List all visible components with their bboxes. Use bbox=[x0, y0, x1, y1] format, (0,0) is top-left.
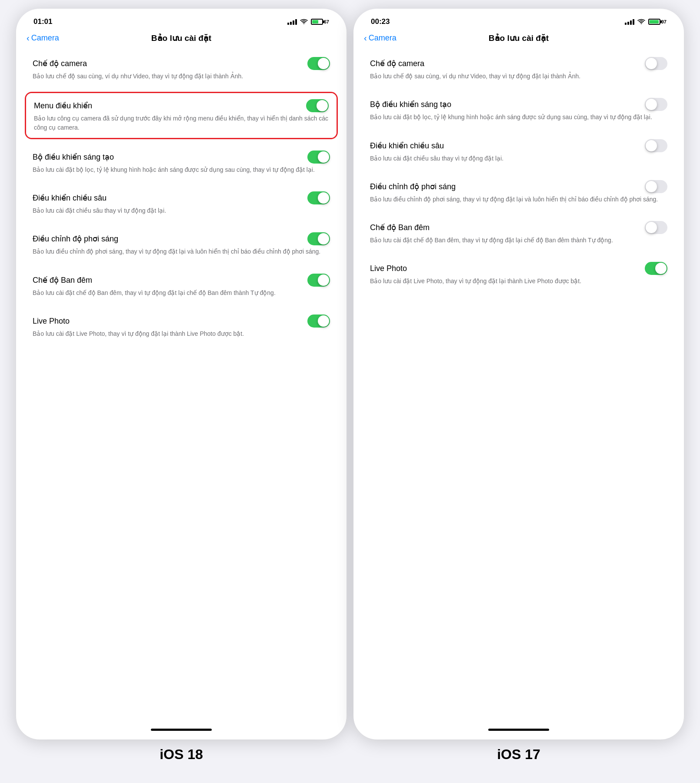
setting-title: Chế độ camera bbox=[370, 59, 424, 68]
phone-ios18: 01:01 67‹CameraBảo lưu cài đặtChế độ cam… bbox=[16, 9, 347, 740]
settings-row-top: Live Photo bbox=[370, 262, 667, 275]
status-time: 00:23 bbox=[371, 17, 390, 26]
toggle-switch[interactable] bbox=[645, 221, 667, 234]
phone-ios17: 00:23 97‹CameraBảo lưu cài đặtChế độ cam… bbox=[353, 9, 684, 740]
settings-row-top: Chế độ Ban đêm bbox=[370, 221, 667, 234]
setting-title: Điều khiển chiều sâu bbox=[370, 141, 444, 151]
settings-content: Chế độ cameraBảo lưu chế độ sau cùng, ví… bbox=[353, 47, 684, 725]
setting-description: Bảo lưu công cụ camera đã sử dụng trước … bbox=[34, 114, 329, 132]
back-label: Camera bbox=[369, 33, 397, 43]
settings-row: Điều khiển chiều sâuBảo lưu cài đặt chiề… bbox=[25, 185, 338, 221]
battery-percent: 97 bbox=[661, 19, 667, 24]
settings-row: Điều chỉnh độ phơi sángBảo lưu điều chỉn… bbox=[362, 174, 675, 210]
nav-bar: ‹CameraBảo lưu cài đặt bbox=[353, 31, 684, 47]
page-title: Bảo lưu cài đặt bbox=[151, 33, 211, 43]
settings-section-4: Chế độ Ban đêmBảo lưu cài đặt chế độ Ban… bbox=[362, 215, 675, 251]
toggle-switch[interactable] bbox=[307, 315, 330, 328]
battery-icon: 97 bbox=[648, 19, 667, 25]
settings-row-top: Điều khiển chiều sâu bbox=[33, 191, 330, 204]
settings-row: Chế độ cameraBảo lưu chế độ sau cùng, ví… bbox=[362, 51, 675, 87]
setting-description: Bảo lưu cài đặt chiều sâu thay vì tự độn… bbox=[370, 154, 667, 163]
settings-row: Bộ điều khiển sáng tạoBảo lưu cài đặt bộ… bbox=[25, 144, 338, 180]
setting-description: Bảo lưu cài đặt chiều sâu thay vì tự độn… bbox=[33, 206, 330, 215]
settings-section-0: Chế độ cameraBảo lưu chế độ sau cùng, ví… bbox=[362, 51, 675, 87]
page-title: Bảo lưu cài đặt bbox=[489, 33, 549, 43]
toggle-switch[interactable] bbox=[645, 98, 667, 111]
settings-row: Live PhotoBảo lưu cài đặt Live Photo, th… bbox=[362, 256, 675, 291]
home-indicator bbox=[488, 729, 549, 731]
settings-section-5: Chế độ Ban đêmBảo lưu cài đặt chế độ Ban… bbox=[25, 268, 338, 303]
toggle-switch[interactable] bbox=[645, 180, 667, 193]
settings-section-4: Điều chỉnh độ phơi sángBảo lưu điều chỉn… bbox=[25, 226, 338, 262]
setting-description: Bảo lưu cài đặt Live Photo, thay vì tự đ… bbox=[370, 277, 667, 285]
chevron-left-icon: ‹ bbox=[364, 33, 367, 43]
setting-description: Bảo lưu cài đặt Live Photo, thay vì tự đ… bbox=[33, 329, 330, 338]
setting-description: Bảo lưu cài đặt chế độ Ban đêm, thay vì … bbox=[370, 236, 667, 244]
setting-title: Điều chỉnh độ phơi sáng bbox=[370, 182, 456, 191]
settings-section-3: Điều khiển chiều sâuBảo lưu cài đặt chiề… bbox=[25, 185, 338, 221]
version-label-ios18: iOS 18 bbox=[16, 746, 347, 763]
setting-description: Bảo lưu điều chỉnh độ phơi sáng, thay vì… bbox=[33, 247, 330, 256]
settings-section-1: Menu điều khiểnBảo lưu công cụ camera đã… bbox=[26, 93, 337, 138]
settings-row-top: Live Photo bbox=[33, 315, 330, 328]
setting-title: Điều chỉnh độ phơi sáng bbox=[33, 234, 118, 244]
settings-row-top: Điều khiển chiều sâu bbox=[370, 139, 667, 152]
settings-row-top: Điều chỉnh độ phơi sáng bbox=[370, 180, 667, 193]
settings-section-2: Bộ điều khiển sáng tạoBảo lưu cài đặt bộ… bbox=[25, 144, 338, 180]
status-icons: 67 bbox=[287, 19, 329, 25]
toggle-switch[interactable] bbox=[307, 274, 330, 287]
settings-section-6: Live PhotoBảo lưu cài đặt Live Photo, th… bbox=[25, 308, 338, 344]
signal-bars-icon bbox=[625, 19, 634, 25]
settings-section-0: Chế độ cameraBảo lưu chế độ sau cùng, ví… bbox=[25, 51, 338, 87]
version-labels: iOS 18iOS 17 bbox=[7, 746, 693, 763]
setting-title: Chế độ Ban đêm bbox=[33, 275, 92, 285]
toggle-switch[interactable] bbox=[307, 57, 330, 70]
settings-row: Điều chỉnh độ phơi sángBảo lưu điều chỉn… bbox=[25, 226, 338, 262]
settings-row-top: Chế độ camera bbox=[370, 57, 667, 70]
settings-row-top: Chế độ camera bbox=[33, 57, 330, 70]
settings-row-top: Bộ điều khiển sáng tạo bbox=[370, 98, 667, 111]
setting-title: Bộ điều khiển sáng tạo bbox=[33, 152, 114, 162]
setting-title: Điều khiển chiều sâu bbox=[33, 193, 107, 203]
battery-percent: 67 bbox=[324, 19, 329, 24]
setting-title: Menu điều khiển bbox=[34, 101, 92, 110]
signal-bars-icon bbox=[287, 19, 297, 25]
toggle-switch[interactable] bbox=[307, 232, 330, 245]
settings-content: Chế độ cameraBảo lưu chế độ sau cùng, ví… bbox=[16, 47, 347, 725]
toggle-switch[interactable] bbox=[645, 262, 667, 275]
settings-row: Chế độ Ban đêmBảo lưu cài đặt chế độ Ban… bbox=[25, 268, 338, 303]
settings-row: Điều khiển chiều sâuBảo lưu cài đặt chiề… bbox=[362, 133, 675, 169]
toggle-switch[interactable] bbox=[307, 191, 330, 204]
setting-title: Live Photo bbox=[370, 264, 407, 273]
setting-title: Chế độ Ban đêm bbox=[370, 223, 430, 232]
highlighted-section: Menu điều khiểnBảo lưu công cụ camera đã… bbox=[25, 92, 338, 139]
setting-title: Live Photo bbox=[33, 317, 70, 326]
settings-row-top: Chế độ Ban đêm bbox=[33, 274, 330, 287]
settings-section-1: Bộ điều khiển sáng tạoBảo lưu cài đặt bộ… bbox=[362, 92, 675, 127]
chevron-left-icon: ‹ bbox=[27, 33, 30, 43]
setting-description: Bảo lưu chế độ sau cùng, ví dụ như Video… bbox=[370, 72, 667, 80]
setting-description: Bảo lưu điều chỉnh độ phơi sáng, thay vì… bbox=[370, 195, 667, 204]
toggle-switch[interactable] bbox=[645, 57, 667, 70]
nav-bar: ‹CameraBảo lưu cài đặt bbox=[16, 31, 347, 47]
settings-row: Bộ điều khiển sáng tạoBảo lưu cài đặt bộ… bbox=[362, 92, 675, 127]
back-label: Camera bbox=[31, 33, 59, 43]
setting-title: Chế độ camera bbox=[33, 59, 87, 68]
settings-row: Chế độ cameraBảo lưu chế độ sau cùng, ví… bbox=[25, 51, 338, 87]
home-indicator bbox=[151, 729, 212, 731]
settings-row: Live PhotoBảo lưu cài đặt Live Photo, th… bbox=[25, 308, 338, 344]
settings-section-2: Điều khiển chiều sâuBảo lưu cài đặt chiề… bbox=[362, 133, 675, 169]
setting-description: Bảo lưu cài đặt chế độ Ban đêm, thay vì … bbox=[33, 288, 330, 297]
setting-description: Bảo lưu chế độ sau cùng, ví dụ như Video… bbox=[33, 72, 330, 80]
toggle-switch[interactable] bbox=[306, 99, 329, 112]
settings-row-top: Điều chỉnh độ phơi sáng bbox=[33, 232, 330, 245]
toggle-switch[interactable] bbox=[645, 139, 667, 152]
toggle-switch[interactable] bbox=[307, 151, 330, 164]
back-button[interactable]: ‹Camera bbox=[27, 33, 59, 43]
settings-row-top: Menu điều khiển bbox=[34, 99, 329, 112]
status-icons: 97 bbox=[625, 19, 667, 25]
settings-row-top: Bộ điều khiển sáng tạo bbox=[33, 151, 330, 164]
version-label-ios17: iOS 17 bbox=[353, 746, 684, 763]
settings-row: Menu điều khiểnBảo lưu công cụ camera đã… bbox=[26, 93, 337, 138]
back-button[interactable]: ‹Camera bbox=[364, 33, 397, 43]
